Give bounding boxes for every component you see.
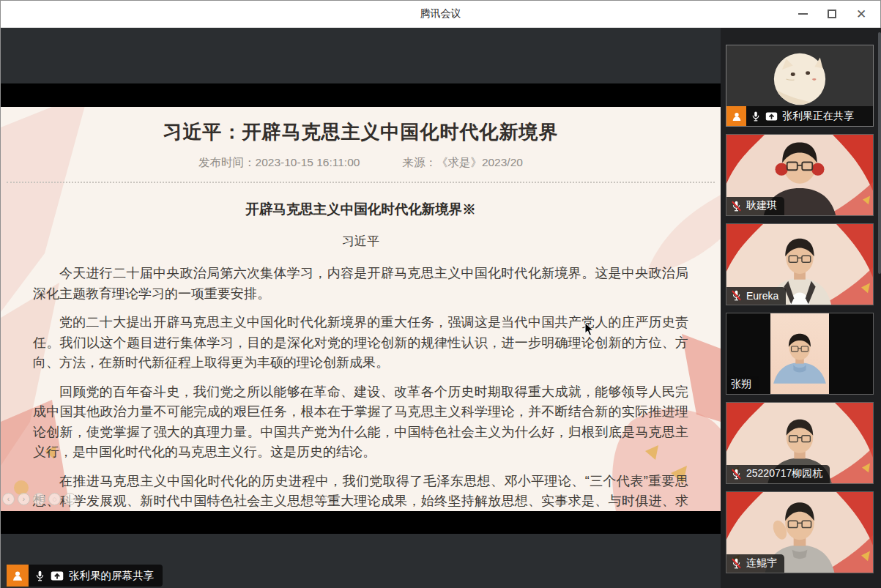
screen-share-icon [765,111,778,122]
article-title: 习近平：开辟马克思主义中国化时代化新境界 [30,119,691,145]
next-page-icon[interactable]: › [18,493,30,505]
host-icon [726,106,746,126]
host-icon [7,565,29,587]
window-title: 腾讯会议 [420,7,461,21]
article-subtitle: 开辟马克思主义中国化时代化新境界※ [1,200,721,218]
article: 习近平：开辟马克思主义中国化时代化新境界 发布时间：2023-10-15 16:… [1,119,721,511]
participant-name: 25220717柳园杭 [746,467,822,480]
minimize-button[interactable] [788,3,817,25]
microphone-icon [34,570,45,582]
participant-name-badge: 耿建琪 [726,197,784,215]
participant-tile-geng-jianqi[interactable]: 耿建琪 [726,134,874,216]
sidebar-scrollbar-thumb[interactable] [878,32,881,274]
more-tools-icon[interactable]: ⋯ [64,493,76,505]
close-button[interactable]: ✕ [847,3,876,25]
letterbox-bottom [1,511,721,534]
participants-sidebar: 张利果正在共享 [721,28,881,588]
participant-name-badge: Eureka [726,287,786,305]
participant-name: 连鲲宇 [746,557,777,570]
participant-tile-lian-kunyu[interactable]: 连鲲宇 [726,491,874,573]
participant-name: Eureka [746,290,778,302]
muted-microphone-icon [731,200,742,212]
participant-tile-zhang-shuo[interactable]: 张朔 [726,313,874,395]
share-badge-body: 张利果的屏幕共享 [29,565,163,587]
microphone-icon [751,111,761,122]
participant-name: 张朔 [731,378,751,391]
muted-microphone-icon [731,468,742,480]
page-toolbar: ‹ › ✎ ◌ ⋯ [2,493,76,505]
participant-status-bar: 张利果正在共享 [726,106,873,126]
participant-name: 张利果正在共享 [782,110,854,123]
screen-share-icon [51,570,64,581]
cat-avatar [773,52,827,109]
stamp-icon[interactable]: ◌ [48,493,61,505]
letterbox-top [1,83,721,107]
publish-time: 发布时间：2023-10-15 16:11:00 [198,155,360,171]
dotted-divider [7,182,715,183]
article-author: 习近平 [1,233,721,250]
prev-page-icon[interactable]: ‹ [2,493,15,505]
window-controls: ✕ [788,1,876,27]
tencent-meeting-window: 腾讯会议 ✕ [0,0,881,588]
paragraph: 回顾党的百年奋斗史，我们党之所以能够在革命、建设、改革各个历史时期取得重大成就，… [33,382,688,463]
mouse-cursor [584,322,595,337]
meeting-content: 习近平：开辟马克思主义中国化时代化新境界 发布时间：2023-10-15 16:… [1,28,880,587]
participant-name: 耿建琪 [746,199,777,212]
share-badge-label: 张利果的屏幕共享 [69,569,154,583]
muted-microphone-icon [731,557,742,570]
muted-microphone-icon [731,289,742,302]
shared-screen-stage: 习近平：开辟马克思主义中国化时代化新境界 发布时间：2023-10-15 16:… [1,28,721,588]
titlebar: 腾讯会议 ✕ [1,1,880,28]
participant-tile-sharer[interactable]: 张利果正在共享 [726,45,874,127]
article-meta: 发布时间：2023-10-15 16:11:00 来源：《求是》2023/20 [1,155,721,171]
participant-tile-liu-yuanhang[interactable]: 25220717柳园杭 [726,402,874,484]
participant-name-badge: 25220717柳园杭 [726,465,830,483]
maximize-button[interactable] [817,3,847,25]
participant-name-badge: 张朔 [726,376,759,394]
portrait-video-strip [770,313,829,394]
source: 来源：《求是》2023/20 [402,155,523,171]
pen-icon[interactable]: ✎ [33,493,45,505]
paragraph: 在推进马克思主义中国化时代化的历史进程中，我们党取得了毛泽东思想、邓小平理论、“… [33,472,688,512]
close-icon: ✕ [856,8,866,21]
maximize-icon [828,10,836,18]
screen-share-badge: 张利果的屏幕共享 [7,565,163,587]
minimize-icon [798,13,808,15]
paragraph: 今天进行二十届中央政治局第六次集体学习，内容是开辟马克思主义中国化时代化新境界。… [33,264,688,304]
participant-tile-eureka[interactable]: Eureka [726,223,874,305]
participant-name-badge: 连鲲宇 [726,554,784,573]
shared-document: 习近平：开辟马克思主义中国化时代化新境界 发布时间：2023-10-15 16:… [1,107,721,511]
